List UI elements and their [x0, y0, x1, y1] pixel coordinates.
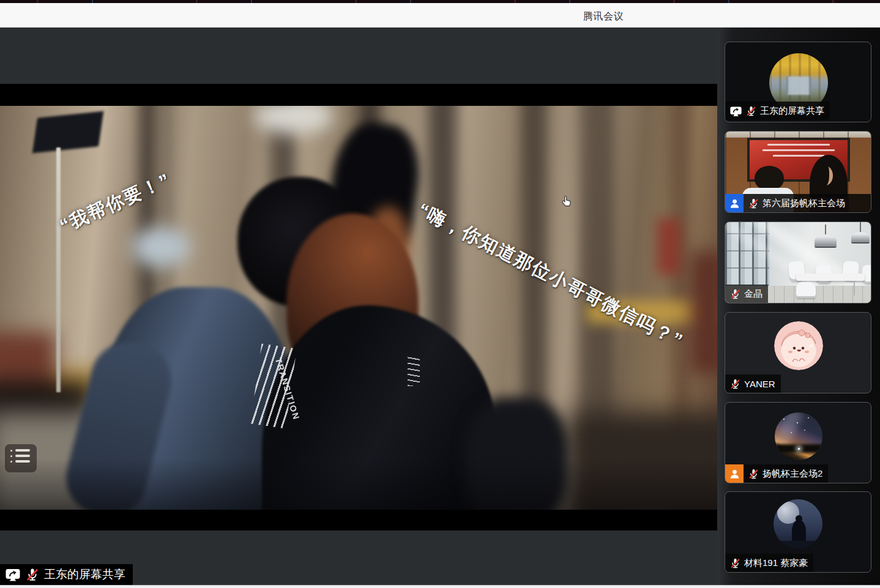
- participant-name: 王东的屏幕共享: [760, 105, 824, 117]
- participant-label: 材料191 蔡家豪: [725, 554, 813, 572]
- participant-name: 第六届扬帆杯主会场: [763, 198, 845, 209]
- background-blur: [690, 251, 717, 374]
- participant-label: 扬帆杯主会场2: [725, 464, 828, 483]
- participant-label: 金晶: [725, 285, 768, 303]
- video-content: TRANSITION “我帮你要！” “嗨，你知道那位小哥哥微信吗？”: [0, 106, 717, 510]
- member-badge-icon: [725, 464, 744, 483]
- screen-text-line: [773, 155, 824, 157]
- venue-man: [755, 166, 784, 190]
- participant-tile-jinjing[interactable]: 金晶: [725, 221, 871, 303]
- participant-label: 王东的屏幕共享: [725, 102, 830, 120]
- participant-tile-venue2[interactable]: 扬帆杯主会场2: [725, 402, 871, 483]
- tencent-meeting-window: 腾讯会议: [0, 0, 880, 588]
- mic-muted-icon: [729, 557, 741, 569]
- pendant-lamp: [815, 225, 837, 248]
- avatar-milky-way: [775, 412, 822, 460]
- window-title: 腾讯会议: [583, 10, 624, 23]
- participant-tile-main-venue[interactable]: 第六届扬帆杯主会场: [725, 131, 871, 213]
- participant-tile-screen-share[interactable]: 王东的屏幕共享: [725, 42, 871, 122]
- mic-muted-icon: [748, 198, 759, 209]
- participant-label: 第六届扬帆杯主会场: [725, 194, 871, 212]
- list-row: [10, 455, 37, 457]
- participant-label: YANER: [725, 374, 781, 393]
- mic-muted-icon: [745, 105, 757, 117]
- bottom-vignette: [0, 458, 717, 510]
- hand-cursor-icon: [562, 195, 572, 207]
- list-row: [10, 460, 37, 463]
- solar-panel: [32, 111, 104, 154]
- mic-muted-icon: [729, 288, 741, 300]
- presenter-name: 王东的屏幕共享: [44, 567, 125, 582]
- screen-share-icon: [729, 105, 742, 117]
- window-titlebar[interactable]: 腾讯会议: [0, 3, 880, 28]
- member-badge-icon: [725, 194, 744, 212]
- list-row: [10, 449, 37, 452]
- office-table: [796, 274, 865, 281]
- taskbar-edge: [0, 585, 880, 588]
- avatar-moon-night: [774, 499, 822, 548]
- venue-woman-bangs: [817, 162, 829, 187]
- participant-name: 材料191 蔡家豪: [744, 557, 808, 569]
- participant-name: 金晶: [744, 288, 763, 300]
- screen-text-line: [767, 144, 830, 146]
- background-blur: [657, 218, 681, 275]
- mic-muted-icon: [748, 468, 759, 480]
- presenter-label: 王东的屏幕共享: [0, 564, 133, 585]
- flashlight-dot: [798, 448, 800, 450]
- playlist-icon[interactable]: [5, 444, 37, 472]
- participant-tile-caijiahao[interactable]: 材料191 蔡家豪: [725, 491, 871, 573]
- mic-muted-icon: [25, 567, 40, 582]
- background-blur: [132, 227, 190, 267]
- avatar-building: [786, 76, 811, 95]
- person-silhouette-head: [796, 515, 802, 522]
- background-blur: [254, 106, 334, 134]
- main-stage[interactable]: TRANSITION “我帮你要！” “嗨，你知道那位小哥哥微信吗？”: [0, 28, 717, 588]
- avatar-pink-blob: [774, 321, 823, 370]
- participant-tile-yaner[interactable]: YANER: [725, 312, 871, 393]
- light-pole: [56, 147, 61, 392]
- mic-muted-icon: [729, 378, 741, 390]
- jacket-print-marks: [408, 357, 420, 386]
- office-chair: [796, 282, 816, 298]
- screen-share-icon: [5, 567, 21, 582]
- pendant-lamp: [851, 222, 870, 244]
- shared-screen-video[interactable]: TRANSITION “我帮你要！” “嗨，你知道那位小哥哥微信吗？”: [0, 84, 717, 530]
- participants-sidebar: 王东的屏幕共享: [717, 28, 880, 588]
- participant-name: 扬帆杯主会场2: [763, 468, 822, 480]
- sea-horizon: [774, 541, 822, 548]
- participant-name: YANER: [744, 379, 775, 389]
- stars: [783, 419, 785, 420]
- screen-text-line: [763, 149, 835, 151]
- table-leg: [854, 281, 855, 296]
